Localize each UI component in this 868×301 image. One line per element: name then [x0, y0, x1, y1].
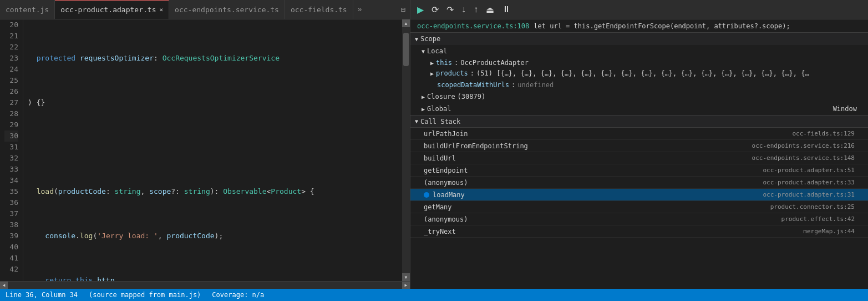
debug-continue-btn[interactable]: ▶ [415, 3, 426, 16]
closure-header[interactable]: ▶ Closure (30879) [410, 91, 868, 103]
tab-content-js-label: content.js [6, 6, 49, 14]
h-scroll-left-btn[interactable]: ◀ [0, 282, 8, 289]
fn-getMany: getMany [424, 203, 452, 211]
tab-occ-endpoints-label: occ-endpoints.service.ts [175, 6, 279, 14]
line-numbers: 20 21 22 23 24 25 26 27 28 29 30 31 32 3… [0, 19, 23, 281]
line-num-37: 37 [4, 208, 18, 219]
debug-step-into-btn[interactable]: ↓ [459, 3, 468, 16]
tab-overflow-btn[interactable]: » [353, 0, 367, 19]
call-stack-header[interactable]: ▼ Call Stack [410, 116, 868, 128]
line-num-24: 24 [4, 64, 18, 75]
call-stack-item-5[interactable]: loadMany occ-product.adapter.ts:31 [410, 189, 868, 201]
line-num-41: 41 [4, 253, 18, 264]
call-stack-item-7[interactable]: (anonymous) product.effect.ts:42 [410, 213, 868, 225]
main-content: 20 21 22 23 24 25 26 27 28 29 30 31 32 3… [0, 19, 868, 289]
line-num-20: 20 [4, 19, 18, 31]
status-source-map: (source mapped from main.js) [89, 291, 201, 299]
debug-pause-btn[interactable]: ⏸ [500, 3, 513, 16]
expand-this-icon: ▶ [430, 60, 434, 66]
status-line-col: Line 36, Column 34 [6, 291, 78, 299]
debug-step-over-btn[interactable]: ↷ [444, 3, 456, 16]
products-colon: : [470, 69, 474, 77]
tab-occ-fields[interactable]: occ-fields.ts [285, 0, 353, 19]
call-stack-item-3[interactable]: getEndpoint occ-product.adapter.ts:51 [410, 164, 868, 177]
file-buildUrl: occ-endpoints.service.ts:148 [752, 154, 855, 162]
local-section: ▼ Local ▶ this : OccProductAdapter ▶ [410, 45, 868, 91]
code-line-22 [28, 142, 398, 153]
line-num-39: 39 [4, 230, 18, 242]
call-stack-item-2[interactable]: buildUrl occ-endpoints.service.ts:148 [410, 152, 868, 164]
fn-buildUrlFromEndpointString: buildUrlFromEndpointString [424, 142, 528, 150]
status-bar: Line 36, Column 34 (source mapped from m… [0, 289, 868, 301]
fn-urlPathJoin: urlPathJoin [424, 130, 468, 138]
closure-arrow: ▶ [422, 94, 425, 100]
local-arrow: ▼ [422, 48, 425, 54]
line-num-28: 28 [4, 108, 18, 119]
closure-label: Closure [427, 93, 455, 101]
tab-occ-endpoints[interactable]: occ-endpoints.service.ts [169, 0, 285, 19]
debug-toolbar: ▶ ⟳ ↷ ↓ ↑ ⏏ ⏸ [410, 0, 868, 19]
this-key: this [436, 59, 452, 67]
fn-loadMany: loadMany [433, 191, 465, 199]
line-num-27: 27 [4, 97, 18, 108]
scroll-down-btn[interactable]: ▼ [402, 273, 410, 281]
code-line-23: load(productCode: string, scope?: string… [28, 186, 398, 197]
debug-scroll-area[interactable]: ▼ Scope ▼ Local ▶ this : [410, 33, 868, 289]
line-num-31: 31 [4, 142, 18, 153]
tab-occ-product-adapter[interactable]: occ-product.adapter.ts ✕ [55, 0, 169, 19]
fn-getEndpoint: getEndpoint [424, 167, 468, 174]
h-scroll-right-btn[interactable]: ▶ [402, 282, 410, 289]
closure-section: ▶ Closure (30879) [410, 91, 868, 103]
debug-scoped-item[interactable]: scopedDataWithUrls : undefined [410, 79, 868, 91]
scope-arrow: ▼ [415, 36, 418, 42]
line-num-38: 38 [4, 219, 18, 230]
scope-header[interactable]: ▼ Scope [410, 33, 868, 45]
line-num-22: 22 [4, 42, 18, 53]
call-stack-item-6[interactable]: getMany product.connector.ts:25 [410, 201, 868, 213]
line-num-26: 26 [4, 86, 18, 97]
call-stack-item-1[interactable]: buildUrlFromEndpointString occ-endpoints… [410, 140, 868, 152]
call-stack-item-8[interactable]: _tryNext mergeMap.js:44 [410, 225, 868, 238]
call-stack-item-0[interactable]: urlPathJoin occ-fields.ts:129 [410, 128, 868, 140]
code-line-20: protected requestsOptimizer: OccRequests… [28, 53, 398, 64]
debug-stop-btn[interactable]: ⏏ [484, 3, 496, 16]
line-num-29: 29 [4, 119, 18, 131]
line-num-32: 32 [4, 153, 18, 164]
local-header[interactable]: ▼ Local [410, 45, 868, 57]
tab-occ-product-adapter-label: occ-product.adapter.ts [60, 6, 156, 14]
global-arrow: ▶ [422, 106, 425, 112]
horizontal-scrollbar[interactable]: ◀ ▶ [0, 281, 410, 289]
global-header[interactable]: ▶ Global Window [410, 103, 868, 115]
file-anonymous-33: occ-product.adapter.ts:33 [763, 179, 855, 186]
tab-occ-product-adapter-close[interactable]: ✕ [159, 6, 163, 13]
debug-restart-btn[interactable]: ⟳ [429, 3, 441, 16]
line-num-21: 21 [4, 31, 18, 42]
file-tryNext: mergeMap.js:44 [803, 228, 855, 235]
code-area[interactable]: 20 21 22 23 24 25 26 27 28 29 30 31 32 3… [0, 19, 410, 281]
line-num-40: 40 [4, 242, 18, 253]
debug-products-item[interactable]: ▶ products : (51) [{…}, {…}, {…}, {…}, {… [410, 68, 868, 79]
file-buildUrlFromEndpointString: occ-endpoints.service.ts:216 [752, 142, 855, 149]
code-line-21: ) {} [28, 97, 398, 108]
call-stack-item-4[interactable]: (anonymous) occ-product.adapter.ts:33 [410, 177, 868, 189]
active-indicator [424, 192, 429, 198]
expand-products-icon: ▶ [430, 71, 434, 77]
code-line-24: console.log('Jerry load: ', productCode)… [28, 230, 398, 242]
line-num-42: 42 [4, 264, 18, 275]
code-content: protected requestsOptimizer: OccRequests… [23, 19, 402, 281]
tab-content-js[interactable]: content.js [0, 0, 55, 19]
global-section: ▶ Global Window [410, 103, 868, 115]
split-editor-btn[interactable]: ⊟ [397, 0, 410, 19]
vertical-scrollbar[interactable]: ▲ ▼ [402, 19, 410, 281]
debug-top-info: occ-endpoints.service.ts:108 let url = t… [410, 19, 868, 33]
scroll-up-btn[interactable]: ▲ [402, 19, 410, 27]
debug-step-out-btn[interactable]: ↑ [471, 3, 480, 16]
scroll-thumb[interactable] [403, 33, 409, 66]
debug-this-item[interactable]: ▶ this : OccProductAdapter [410, 57, 868, 68]
debug-panel: occ-endpoints.service.ts:108 let url = t… [410, 19, 868, 289]
file-getMany: product.connector.ts:25 [770, 203, 855, 210]
call-stack-arrow: ▼ [415, 118, 418, 124]
code-line-25: return this.http [28, 275, 398, 281]
line-num-25: 25 [4, 75, 18, 86]
scope-section: ▼ Scope ▼ Local ▶ this : [410, 33, 868, 116]
